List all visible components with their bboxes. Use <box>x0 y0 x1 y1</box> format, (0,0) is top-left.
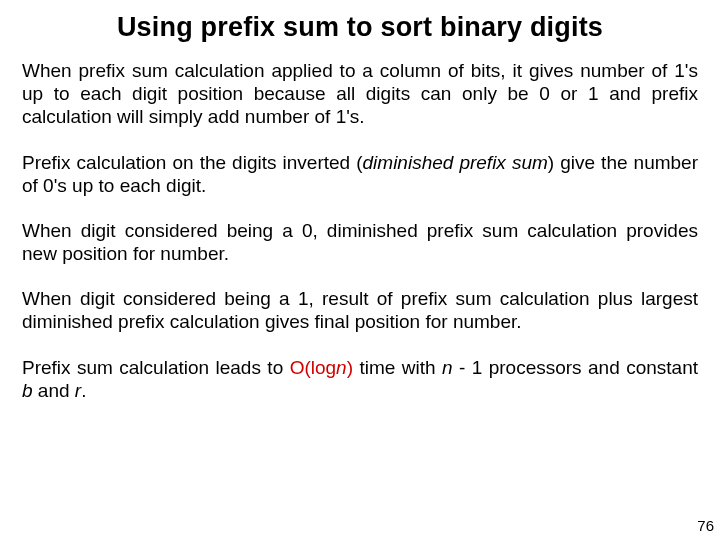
p5-bigO-n: n <box>336 357 347 378</box>
paragraph-3: When digit considered being a 0, diminis… <box>22 219 698 265</box>
p5-text-k: . <box>81 380 86 401</box>
p5-text-a: Prefix sum calculation leads to <box>22 357 290 378</box>
paragraph-1: When prefix sum calculation applied to a… <box>22 59 698 129</box>
p5-text-e: time with <box>353 357 442 378</box>
paragraph-2: Prefix calculation on the digits inverte… <box>22 151 698 197</box>
p5-text-i: and <box>33 380 75 401</box>
p2-text-b-italic: diminished prefix sum <box>363 152 548 173</box>
p5-var-n: n <box>442 357 453 378</box>
p5-text-g: - 1 processors and constant <box>453 357 698 378</box>
slide-title: Using prefix sum to sort binary digits <box>22 12 698 43</box>
slide: Using prefix sum to sort binary digits W… <box>0 0 720 540</box>
page-number: 76 <box>697 517 714 534</box>
p2-text-a: Prefix calculation on the digits inverte… <box>22 152 363 173</box>
paragraph-5: Prefix sum calculation leads to O(logn) … <box>22 356 698 402</box>
p5-var-b: b <box>22 380 33 401</box>
paragraph-4: When digit considered being a 1, result … <box>22 287 698 333</box>
p5-bigO-prefix: O(log <box>290 357 336 378</box>
